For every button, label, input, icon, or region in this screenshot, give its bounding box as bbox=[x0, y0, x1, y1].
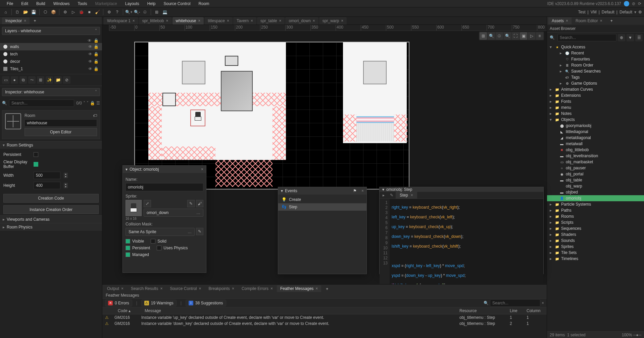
lock-icon[interactable]: 🔒 bbox=[94, 38, 99, 43]
tab-breakpoints[interactable]: Breakpoints× bbox=[205, 285, 238, 292]
settings-gear-icon[interactable]: ⚙ bbox=[638, 10, 642, 14]
new-project-icon[interactable]: 🗋 bbox=[14, 8, 21, 16]
config-label[interactable]: Default bbox=[602, 10, 614, 14]
eye-icon[interactable]: 👁 bbox=[88, 38, 92, 43]
add-tab-button[interactable]: + bbox=[608, 18, 615, 24]
menu-tools[interactable]: Tools bbox=[73, 0, 91, 7]
quick-access-folder[interactable]: ▾★Quick Access bbox=[547, 44, 644, 50]
menu-icon[interactable]: ☰ bbox=[635, 34, 643, 41]
filter-icon[interactable]: ▼ bbox=[627, 34, 634, 41]
down-spinner[interactable]: ▾ bbox=[64, 175, 68, 178]
layer-tiles1[interactable]: Tiles_1 👁🔒 bbox=[0, 65, 102, 73]
zoom-reset-icon[interactable]: ⦾ bbox=[141, 8, 149, 16]
menu-icon[interactable]: ☰ bbox=[96, 101, 100, 105]
add-asset-icon[interactable]: ⊕ bbox=[618, 34, 625, 41]
errors-pill[interactable]: ✕0 Errors bbox=[105, 300, 132, 306]
help-icon[interactable]: ? bbox=[113, 8, 121, 16]
zoom-in-icon[interactable]: 🔍+ bbox=[125, 8, 133, 16]
up-spinner[interactable]: ▴ bbox=[64, 183, 68, 185]
delete-layer-icon[interactable]: ⊘ bbox=[63, 76, 70, 84]
obj-littlediagonal[interactable]: ◣littlediagonal bbox=[547, 129, 644, 135]
close-icon[interactable]: × bbox=[232, 286, 234, 291]
lock-icon[interactable]: 🔒 bbox=[94, 44, 99, 49]
center-icon[interactable]: ▣ bbox=[520, 32, 527, 40]
folder-objects[interactable]: ▾📁Objects bbox=[547, 117, 644, 123]
qa-room-order[interactable]: ▸≣Room Order bbox=[547, 62, 644, 68]
notifications-icon[interactable]: ⊘ bbox=[632, 1, 635, 6]
physics-header[interactable]: ▸Room Physics bbox=[0, 223, 102, 231]
eye-icon[interactable]: 👁 bbox=[88, 59, 92, 64]
feather-search-input[interactable] bbox=[490, 299, 540, 307]
close-icon[interactable]: × bbox=[160, 286, 162, 291]
obj-table[interactable]: ▬obj_table bbox=[547, 177, 644, 183]
tab-search-results[interactable]: Search Results× bbox=[128, 285, 166, 292]
code-tab-step[interactable]: Step× bbox=[396, 192, 417, 199]
tab-whitehouse[interactable]: whitehouse× bbox=[172, 17, 204, 25]
collapse-icon[interactable]: ▸ bbox=[380, 192, 388, 199]
tab-source-control[interactable]: Source Control× bbox=[166, 285, 204, 292]
sync-icon[interactable]: ⟳ bbox=[638, 1, 641, 6]
folder-tilesets[interactable]: ▸📁Tile Sets bbox=[547, 250, 644, 256]
lock-icon[interactable]: 🔒 bbox=[94, 52, 99, 56]
edit-sprite-icon[interactable]: ✎ bbox=[187, 200, 195, 207]
play-icon[interactable]: ▷ bbox=[528, 32, 535, 40]
inspector-tab[interactable]: Inspector × bbox=[2, 17, 30, 24]
close-icon[interactable]: × bbox=[270, 286, 273, 291]
object-window[interactable]: ▾Object: omoriobj× Name: Sprite: 16 x 16… bbox=[122, 165, 206, 273]
persistent-checkbox[interactable] bbox=[126, 246, 130, 250]
qa-tags[interactable]: 🏷Tags bbox=[547, 74, 644, 80]
width-input[interactable] bbox=[34, 172, 60, 179]
sprite-select[interactable]: omori_down… bbox=[144, 209, 203, 217]
collision-mask-select[interactable]: Same As Sprite… bbox=[126, 228, 195, 236]
obj-portal[interactable]: ◉obj_portal bbox=[547, 171, 644, 177]
close-icon[interactable]: × bbox=[199, 286, 201, 291]
close-icon[interactable]: × bbox=[251, 18, 253, 23]
down-spinner[interactable]: ▾ bbox=[64, 185, 68, 188]
close-icon[interactable]: × bbox=[201, 167, 203, 172]
close-icon[interactable]: × bbox=[198, 18, 200, 23]
obj-metalwall[interactable]: ▬metalwall bbox=[547, 141, 644, 147]
tab-workspace1[interactable]: Workspace 1× bbox=[104, 17, 138, 25]
obj-littlebob[interactable]: ✖obg_littlebob bbox=[547, 147, 644, 153]
debug-run-icon[interactable]: 🐞 bbox=[78, 8, 85, 16]
obj-goorymarioobj[interactable]: ⬤goorymarioobj bbox=[547, 123, 644, 129]
sprite-preview[interactable] bbox=[126, 200, 142, 216]
tag-icon[interactable]: 🏷 bbox=[93, 113, 97, 118]
home-icon[interactable]: ⌂ bbox=[2, 8, 9, 16]
zoom-out-icon[interactable]: 🔍 bbox=[504, 32, 511, 40]
qa-saved-searches[interactable]: ▸🔍Saved Searches bbox=[547, 68, 644, 74]
menu-layouts[interactable]: Layouts bbox=[121, 0, 143, 7]
eye-icon[interactable]: 👁 bbox=[88, 44, 92, 49]
instance-order-button[interactable]: Instance Creation Order bbox=[3, 205, 99, 214]
folder-notes[interactable]: ▸📁Notes bbox=[547, 111, 644, 117]
tab-output[interactable]: Output× bbox=[104, 285, 127, 292]
layers-icon[interactable]: ≡ bbox=[536, 32, 543, 40]
close-icon[interactable]: × bbox=[133, 18, 135, 23]
qa-favourites[interactable]: ♡Favourites bbox=[547, 56, 644, 62]
prev-icon[interactable]: ˄ bbox=[83, 101, 85, 105]
room-thumbnail-icon[interactable] bbox=[5, 113, 21, 129]
obj-maribasket[interactable]: ▭obj_maribasket bbox=[547, 159, 644, 165]
obj-metaldiagonal[interactable]: ◢metaldiagonal bbox=[547, 135, 644, 141]
chevron-down-icon[interactable]: ▾ bbox=[634, 10, 636, 14]
device-label[interactable]: Default bbox=[620, 10, 632, 14]
tab-titlespace[interactable]: titlespace× bbox=[204, 17, 233, 25]
tab-spr-littlebob[interactable]: spr_littlebob× bbox=[139, 17, 172, 25]
object-name-input[interactable] bbox=[126, 183, 203, 191]
managed-checkbox[interactable] bbox=[126, 252, 130, 257]
close-icon[interactable]: × bbox=[411, 193, 413, 198]
inspector-search-input[interactable] bbox=[9, 99, 74, 107]
lock-icon[interactable]: 🔒 bbox=[94, 59, 99, 64]
user-icon[interactable] bbox=[624, 1, 629, 6]
feather-icon[interactable]: ✎ bbox=[388, 192, 396, 199]
code-window[interactable]: ▾omoriobj: Step ▸ ✎ Step× 12345678910111… bbox=[379, 187, 544, 274]
add-instance-layer-icon[interactable]: ● bbox=[11, 76, 18, 84]
add-asset-layer-icon[interactable]: ⊞ bbox=[37, 76, 44, 84]
close-icon[interactable]: × bbox=[313, 18, 315, 23]
save-icon[interactable]: 💾 bbox=[30, 8, 37, 16]
close-icon[interactable]: × bbox=[341, 18, 343, 23]
folder-sprites[interactable]: ▸📁Sprites bbox=[547, 244, 644, 250]
events-window[interactable]: ▾Events⚑× 💡Create 👣Step bbox=[278, 187, 367, 274]
folder-sequences[interactable]: ▸📁Sequences bbox=[547, 225, 644, 231]
obj-pauser[interactable]: ○obj_pauser bbox=[547, 165, 644, 171]
